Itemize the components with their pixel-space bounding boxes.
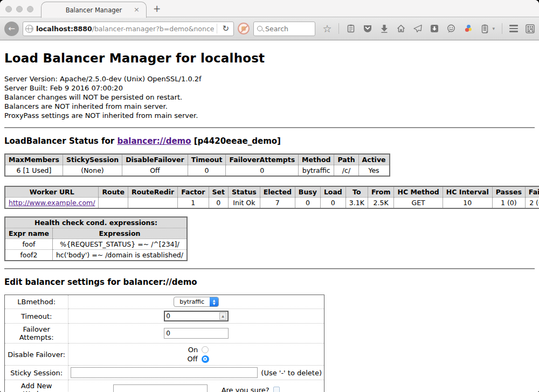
cell-set: 0 xyxy=(209,198,228,209)
extension-dropdown-caret-icon[interactable]: ▾ xyxy=(492,26,495,31)
browser-window: Balancer Manager × + ← localhost:8880/ba… xyxy=(0,0,539,392)
site-identity-globe-icon[interactable] xyxy=(25,25,33,33)
search-bar[interactable] xyxy=(253,22,315,36)
are-you-sure-checkbox[interactable] xyxy=(273,387,280,392)
col-route: Route xyxy=(99,186,128,198)
url-text[interactable]: localhost:8880/balancer-manager?b=demo&n… xyxy=(36,25,214,33)
timeout-label: Timeout: xyxy=(5,309,68,324)
tab-close-icon[interactable]: × xyxy=(134,6,140,13)
cell-expr-name: foof xyxy=(5,239,52,250)
worker-row: http://www.example.com/ 1 0 Init Ok 7 0 … xyxy=(5,198,539,209)
col-maxmembers: MaxMembers xyxy=(5,154,63,165)
col-from: From xyxy=(368,186,394,198)
maximize-window-button[interactable] xyxy=(27,6,33,12)
col-fails: Fails xyxy=(525,186,539,198)
blocked-favicon xyxy=(241,26,246,31)
server-version-line: Server Version: Apache/2.5.0-dev (Unix) … xyxy=(4,74,535,83)
timeout-input[interactable]: 0 ▲ xyxy=(164,311,229,321)
add-worker-input[interactable] xyxy=(113,384,208,392)
col-passes: Passes xyxy=(492,186,525,198)
col-worker-url: Worker URL xyxy=(5,186,99,198)
cell-status: Init Ok xyxy=(229,198,260,209)
failover-attempts-input[interactable] xyxy=(164,328,229,339)
minimize-window-button[interactable] xyxy=(16,6,23,12)
cell-to: 3.1K xyxy=(345,198,368,209)
reading-list-clipboard-icon[interactable] xyxy=(346,24,356,33)
failover-on-option: On xyxy=(71,345,322,354)
col-hc-interval: HC Interval xyxy=(443,186,492,198)
cell-load: 0 xyxy=(320,198,345,209)
table-header-row: Expr name Expression xyxy=(5,228,187,239)
sticky-session-hint: (Use '-' to delete) xyxy=(261,369,322,377)
col-factor: Factor xyxy=(178,186,209,198)
menu-hamburger-icon[interactable] xyxy=(509,25,518,32)
color-dots-extension-icon[interactable] xyxy=(463,24,473,33)
cell-path: /c/ xyxy=(334,165,358,177)
cell-route xyxy=(99,198,128,209)
col-disablefailover: DisableFailover xyxy=(122,154,188,165)
tab-title: Balancer Manager xyxy=(66,6,122,14)
col-method: Method xyxy=(299,154,334,165)
balancer-demo-link[interactable]: balancer://demo xyxy=(117,136,191,146)
search-input[interactable] xyxy=(265,25,312,33)
cell-hc-method: GET xyxy=(394,198,443,209)
col-elected: Elected xyxy=(260,186,295,198)
timeout-value: 0 xyxy=(166,312,219,320)
sticky-session-label: Sticky Session: xyxy=(5,366,68,380)
close-window-button[interactable] xyxy=(5,6,12,12)
cell-maxmembers: 6 [1 Used] xyxy=(5,165,63,177)
toolbar-divider-2 xyxy=(502,23,502,34)
download-extension-icon[interactable] xyxy=(430,24,439,33)
disable-failover-label: Disable Failover: xyxy=(5,344,68,366)
status-heading-suffix: [p4420eeae_demo] xyxy=(191,136,281,146)
pocket-icon[interactable] xyxy=(363,24,372,33)
failover-off-radio[interactable] xyxy=(202,355,209,363)
tab-balancer-manager[interactable]: Balancer Manager × xyxy=(41,2,147,18)
back-button[interactable]: ← xyxy=(4,22,19,36)
col-timeout: Timeout xyxy=(188,154,226,165)
form-row-sticky-session: Sticky Session: (Use '-' to delete) xyxy=(5,366,324,380)
col-set: Set xyxy=(209,186,228,198)
proxypass-note-line: ProxyPass settings are NOT inherited fro… xyxy=(4,111,535,120)
worker-url-link[interactable]: http://www.example.com/ xyxy=(9,199,95,207)
send-plane-icon[interactable] xyxy=(413,24,423,33)
lbmethod-selected-value: bytraffic xyxy=(174,298,210,305)
cell-disablefailover: Off xyxy=(122,165,188,177)
cell-busy: 0 xyxy=(295,198,320,209)
col-hc-method: HC Method xyxy=(394,186,443,198)
cell-hc-interval: 10 xyxy=(443,198,492,209)
toolbar-icons: ☆ xyxy=(322,23,535,34)
col-expr-name: Expr name xyxy=(5,228,52,239)
reload-button[interactable]: ↻ xyxy=(220,24,231,33)
cell-active: Yes xyxy=(358,165,389,177)
bookmark-star-icon[interactable]: ☆ xyxy=(322,24,331,33)
new-tab-button[interactable]: + xyxy=(153,4,161,13)
tab-grid-icon[interactable] xyxy=(525,24,535,33)
url-bar[interactable]: localhost:8880/balancer-manager?b=demo&n… xyxy=(23,22,234,36)
feedback-smiley-icon[interactable] xyxy=(446,24,456,33)
are-you-sure-label: Are you sure? xyxy=(222,386,270,392)
search-icon xyxy=(257,26,262,31)
downloads-arrow-icon[interactable] xyxy=(379,24,389,33)
radio-off-label: Off xyxy=(184,354,198,363)
cell-expr-name: foof2 xyxy=(5,250,52,261)
table-row: 6 [1 Used] (None) Off 0 0 bytraffic /c/ … xyxy=(5,165,390,177)
clipboard-battery-extension-icon[interactable] xyxy=(480,24,489,33)
sticky-session-input[interactable] xyxy=(71,367,258,378)
col-busy: Busy xyxy=(295,186,320,198)
col-active: Active xyxy=(358,154,389,165)
window-controls xyxy=(5,6,33,12)
balancer-status-table: MaxMembers StickySession DisableFailover… xyxy=(4,153,390,177)
cell-from: 2.5K xyxy=(368,198,394,209)
form-row-timeout: Timeout: 0 ▲ xyxy=(5,309,324,324)
table-header-row: MaxMembers StickySession DisableFailover… xyxy=(5,154,390,165)
failover-on-radio[interactable] xyxy=(202,346,209,353)
content-blocked-icon[interactable] xyxy=(238,23,250,34)
home-icon[interactable] xyxy=(396,24,406,33)
lbmethod-select[interactable]: bytraffic ▲▼ xyxy=(174,297,219,307)
form-row-lbmethod: LBmethod: bytraffic ▲▼ xyxy=(5,295,324,309)
form-row-failover-attempts: Failover Attempts: xyxy=(5,324,324,344)
health-table-title: Health check cond. expressions: xyxy=(5,217,187,228)
number-spinner-icon[interactable]: ▲ xyxy=(219,312,226,320)
section-divider xyxy=(4,268,535,269)
